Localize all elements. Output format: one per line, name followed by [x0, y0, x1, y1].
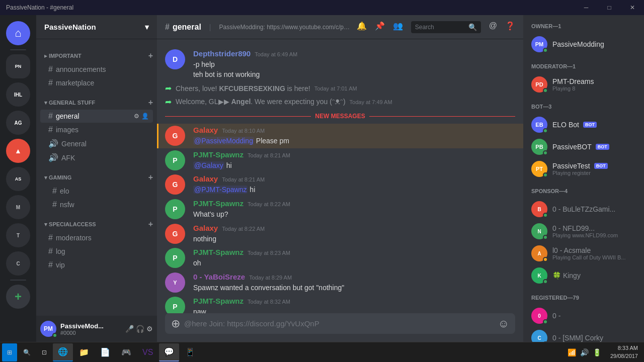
channel-afk[interactable]: 🔊 AFK [40, 151, 153, 164]
server-passiveNation[interactable]: PN [6, 54, 30, 78]
taskbar-explorer[interactable]: 📁 [74, 343, 94, 361]
member-smm-corky[interactable]: C 0 - [SMM] Corky [527, 327, 640, 342]
search-input[interactable] [415, 24, 465, 31]
status-bulletz [543, 213, 548, 218]
mute-icon[interactable]: 🎤 [125, 325, 134, 333]
message-text-spawnz-3: oh [193, 258, 515, 268]
channel-marketplace[interactable]: # marketplace [40, 76, 153, 89]
server-c[interactable]: C [6, 251, 30, 276]
close-button[interactable]: ✕ [621, 0, 644, 15]
message-header-spawnz-2: PJMT-Spawnz Today at 8:22 AM [193, 199, 515, 208]
member-info-kingy: 🍀 Kingy [552, 272, 636, 280]
taskbar-chrome[interactable]: 🌐 [53, 343, 73, 361]
help-icon[interactable]: ❓ [505, 21, 515, 33]
emoji-icon[interactable]: ☺ [498, 317, 509, 330]
minimize-button[interactable]: ─ [575, 0, 598, 15]
messages-container: D Depthstrider890 Today at 6:49 AM -p he… [157, 39, 523, 313]
member-bulletz[interactable]: B 0 - BuLleTZzGami... [527, 198, 640, 220]
settings-icon[interactable]: ⚙ [134, 113, 139, 120]
channel-moderators-label: moderators [56, 234, 92, 242]
section-sponsor-title: SPONSOR—4 [527, 188, 640, 198]
channel-general[interactable]: # general ⚙ 👤 [40, 110, 153, 123]
server-t[interactable]: T [6, 223, 30, 247]
message-text-spawnz-1: @Galaxy hi [193, 161, 515, 171]
channel-vip[interactable]: # vip [40, 258, 153, 272]
add-channel-important[interactable]: + [148, 51, 153, 60]
channel-nsfw[interactable]: # nsfw [40, 198, 153, 211]
taskbar-task-view[interactable]: ⊡ [37, 343, 52, 361]
add-server-button[interactable]: + [6, 285, 30, 309]
channel-general-voice[interactable]: 🔊 General [40, 137, 153, 150]
channel-moderators[interactable]: # moderators [40, 231, 153, 244]
arrow-icon-2: ➦ [165, 97, 172, 107]
extra-icon: 📱 [185, 347, 195, 357]
member-acsmale[interactable]: A l0 - Acsmale Playing Call of Duty WWII… [527, 242, 640, 264]
taskbar-start[interactable]: ⊞ [2, 343, 17, 361]
taskbar-clock: 8:33 AM 29/08/2017 [606, 344, 642, 360]
member-nfld99[interactable]: N 0 - NFLD99... Playing www.NFLD99.com [527, 220, 640, 242]
channel-elo[interactable]: # elo [40, 185, 153, 198]
server-c-label: C [16, 261, 20, 266]
channels-list: ▸ IMPORTANT + # announcements # marketpl… [36, 39, 157, 316]
server-as[interactable]: AS [6, 167, 30, 191]
taskbar-game[interactable]: 🎮 [116, 343, 136, 361]
member-reg-1[interactable]: 0 0 - [527, 305, 640, 327]
chrome-icon: 🌐 [58, 347, 68, 356]
at-icon[interactable]: @ [489, 21, 497, 33]
message-input-wrapper: ⊕ ☺ [165, 313, 515, 334]
taskbar-search[interactable]: 🔍 [18, 343, 36, 361]
deafen-icon[interactable]: 🎧 [136, 325, 144, 333]
member-passive-bot[interactable]: PB PassiveBOTBOT [527, 136, 640, 158]
channel-images[interactable]: # images [40, 123, 153, 136]
taskbar: ⊞ 🔍 ⊡ 🌐 📁 📄 🎮 VS 💬 📱 📶 🔊 🔋 8:33 AM 29/08… [0, 342, 644, 362]
home-server-icon[interactable]: ⌂ [6, 21, 30, 45]
member-pmt-dreams[interactable]: PD PMT-Dreams Playing 8 [527, 73, 640, 96]
member-elo-bot[interactable]: EB ELO BotBOT [527, 114, 640, 136]
server-header[interactable]: PassiveNation ▾ [36, 15, 157, 39]
server-ihl[interactable]: IHL [6, 82, 30, 107]
taskbar-notepad[interactable]: 📄 [95, 343, 115, 361]
message-header-galaxy-2: Galaxy Today at 8:21 AM [193, 174, 515, 183]
tray-battery-icon[interactable]: 🔋 [593, 348, 601, 356]
server-triangle[interactable]: ▲ [6, 139, 30, 163]
members-icon[interactable]: 👥 [393, 21, 403, 33]
taskbar-discord[interactable]: 💬 [159, 343, 179, 361]
message-text-galaxy-1: @PassiveModding Please pm [193, 136, 515, 146]
tray-network-icon[interactable]: 📶 [568, 348, 576, 356]
tray-volume-icon[interactable]: 🔊 [580, 348, 589, 356]
member-passivemodding[interactable]: PM PassiveModding [527, 33, 640, 55]
chevron-down-icon: ▾ [145, 23, 149, 32]
add-channel-gaming[interactable]: + [148, 173, 153, 182]
add-user-icon[interactable]: 👤 [141, 113, 149, 120]
channel-log[interactable]: # log [40, 245, 153, 258]
maximize-button[interactable]: □ [598, 0, 621, 15]
channel-announcements[interactable]: # announcements [40, 63, 153, 76]
message-galaxy-1: G Galaxy Today at 8:10 AM @PassiveModdin… [157, 124, 523, 148]
server-pn-label: PN [15, 64, 22, 69]
server-m[interactable]: M [6, 195, 30, 219]
channel-announcements-label: announcements [56, 65, 106, 73]
taskbar-tray: 📶 🔊 🔋 [564, 348, 605, 356]
member-name-smm-corky: 0 - [SMM] Corky [552, 334, 636, 342]
message-spawnz-4: P PJMT-Spawnz Today at 8:32 AM naw i don… [157, 295, 523, 313]
chat-area: # general | PassiveModding: https://www.… [157, 15, 523, 342]
section-bot-title: BOT—3 [527, 104, 640, 114]
current-user-info: PassiveMod... #0000 [60, 322, 121, 336]
add-channel-specialaccess[interactable]: + [148, 220, 153, 229]
message-input[interactable] [184, 313, 498, 334]
bell-icon[interactable]: 🔔 [357, 21, 367, 33]
channel-general-actions: ⚙ 👤 [134, 113, 149, 120]
taskbar-vs[interactable]: VS [137, 343, 158, 361]
add-channel-general[interactable]: + [148, 98, 153, 107]
member-passive-test[interactable]: PT PassiveTestBOT Playing register [527, 158, 640, 180]
attach-icon[interactable]: ⊕ [171, 317, 180, 330]
message-timestamp-spawnz-2: Today at 8:22 AM [248, 201, 290, 207]
user-settings-icon[interactable]: ⚙ [146, 325, 153, 333]
message-spawnz-2: P PJMT-Spawnz Today at 8:22 AM What's up… [157, 197, 523, 222]
member-kingy[interactable]: K 🍀 Kingy [527, 264, 640, 287]
pin-icon[interactable]: 📌 [375, 21, 385, 33]
member-name-reg-1: 0 - [552, 312, 636, 320]
taskbar-extra[interactable]: 📱 [180, 343, 200, 361]
system-timestamp-1: Today at 7:01 AM [314, 85, 357, 92]
server-ag[interactable]: AG [6, 111, 30, 135]
